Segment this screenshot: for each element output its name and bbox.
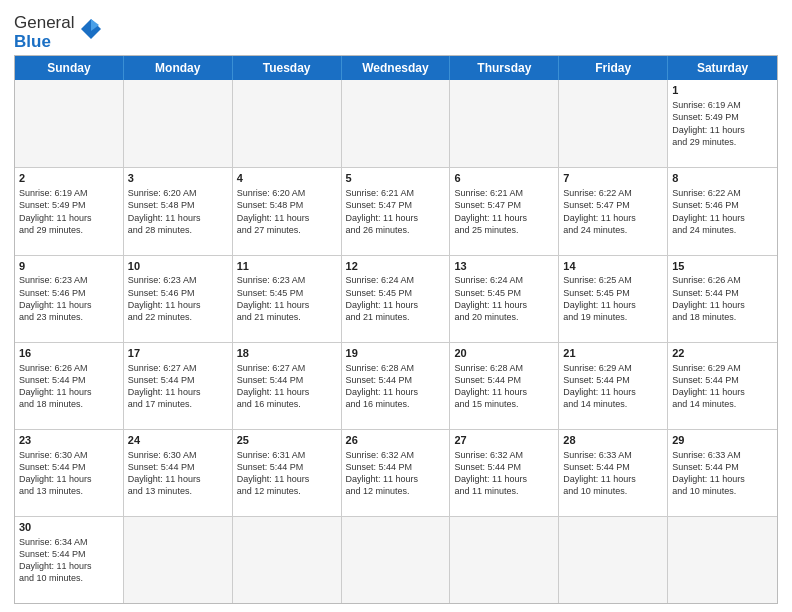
calendar-cell: 14Sunrise: 6:25 AM Sunset: 5:45 PM Dayli… [559,256,668,342]
day-number: 24 [128,433,228,448]
calendar-cell: 8Sunrise: 6:22 AM Sunset: 5:46 PM Daylig… [668,168,777,254]
calendar-cell: 7Sunrise: 6:22 AM Sunset: 5:47 PM Daylig… [559,168,668,254]
cell-info: Sunrise: 6:26 AM Sunset: 5:44 PM Dayligh… [672,274,773,323]
cell-info: Sunrise: 6:26 AM Sunset: 5:44 PM Dayligh… [19,362,119,411]
cell-info: Sunrise: 6:23 AM Sunset: 5:46 PM Dayligh… [19,274,119,323]
calendar-cell: 2Sunrise: 6:19 AM Sunset: 5:49 PM Daylig… [15,168,124,254]
calendar-cell: 12Sunrise: 6:24 AM Sunset: 5:45 PM Dayli… [342,256,451,342]
day-number: 5 [346,171,446,186]
cell-info: Sunrise: 6:19 AM Sunset: 5:49 PM Dayligh… [672,99,773,148]
cell-info: Sunrise: 6:30 AM Sunset: 5:44 PM Dayligh… [128,449,228,498]
calendar-row-0: 1Sunrise: 6:19 AM Sunset: 5:49 PM Daylig… [15,80,777,167]
cell-info: Sunrise: 6:20 AM Sunset: 5:48 PM Dayligh… [128,187,228,236]
calendar-cell [668,517,777,603]
day-number: 6 [454,171,554,186]
day-number: 22 [672,346,773,361]
calendar-cell: 10Sunrise: 6:23 AM Sunset: 5:46 PM Dayli… [124,256,233,342]
cell-info: Sunrise: 6:21 AM Sunset: 5:47 PM Dayligh… [454,187,554,236]
day-number: 8 [672,171,773,186]
calendar-cell: 23Sunrise: 6:30 AM Sunset: 5:44 PM Dayli… [15,430,124,516]
cell-info: Sunrise: 6:29 AM Sunset: 5:44 PM Dayligh… [563,362,663,411]
calendar-cell [559,80,668,167]
calendar-cell: 19Sunrise: 6:28 AM Sunset: 5:44 PM Dayli… [342,343,451,429]
calendar-cell: 16Sunrise: 6:26 AM Sunset: 5:44 PM Dayli… [15,343,124,429]
calendar-cell: 22Sunrise: 6:29 AM Sunset: 5:44 PM Dayli… [668,343,777,429]
calendar-cell [342,80,451,167]
calendar-cell: 15Sunrise: 6:26 AM Sunset: 5:44 PM Dayli… [668,256,777,342]
day-number: 29 [672,433,773,448]
cell-info: Sunrise: 6:23 AM Sunset: 5:46 PM Dayligh… [128,274,228,323]
calendar-cell: 17Sunrise: 6:27 AM Sunset: 5:44 PM Dayli… [124,343,233,429]
day-number: 3 [128,171,228,186]
calendar-cell: 9Sunrise: 6:23 AM Sunset: 5:46 PM Daylig… [15,256,124,342]
day-number: 13 [454,259,554,274]
day-number: 9 [19,259,119,274]
weekday-header-wednesday: Wednesday [342,56,451,80]
calendar-cell [15,80,124,167]
logo-blue: Blue [14,32,51,51]
cell-info: Sunrise: 6:28 AM Sunset: 5:44 PM Dayligh… [454,362,554,411]
logo-icon [77,15,105,43]
calendar-cell: 28Sunrise: 6:33 AM Sunset: 5:44 PM Dayli… [559,430,668,516]
day-number: 23 [19,433,119,448]
calendar-row-2: 9Sunrise: 6:23 AM Sunset: 5:46 PM Daylig… [15,255,777,342]
cell-info: Sunrise: 6:29 AM Sunset: 5:44 PM Dayligh… [672,362,773,411]
day-number: 16 [19,346,119,361]
day-number: 27 [454,433,554,448]
calendar-cell: 3Sunrise: 6:20 AM Sunset: 5:48 PM Daylig… [124,168,233,254]
calendar-header: SundayMondayTuesdayWednesdayThursdayFrid… [15,56,777,80]
calendar-cell: 6Sunrise: 6:21 AM Sunset: 5:47 PM Daylig… [450,168,559,254]
weekday-header-thursday: Thursday [450,56,559,80]
calendar-cell [233,517,342,603]
day-number: 19 [346,346,446,361]
calendar-cell: 11Sunrise: 6:23 AM Sunset: 5:45 PM Dayli… [233,256,342,342]
calendar-cell: 25Sunrise: 6:31 AM Sunset: 5:44 PM Dayli… [233,430,342,516]
cell-info: Sunrise: 6:34 AM Sunset: 5:44 PM Dayligh… [19,536,119,585]
cell-info: Sunrise: 6:25 AM Sunset: 5:45 PM Dayligh… [563,274,663,323]
cell-info: Sunrise: 6:24 AM Sunset: 5:45 PM Dayligh… [454,274,554,323]
calendar-cell [124,80,233,167]
calendar-cell [559,517,668,603]
calendar-cell: 13Sunrise: 6:24 AM Sunset: 5:45 PM Dayli… [450,256,559,342]
day-number: 28 [563,433,663,448]
calendar-cell: 26Sunrise: 6:32 AM Sunset: 5:44 PM Dayli… [342,430,451,516]
cell-info: Sunrise: 6:28 AM Sunset: 5:44 PM Dayligh… [346,362,446,411]
day-number: 15 [672,259,773,274]
calendar-cell: 30Sunrise: 6:34 AM Sunset: 5:44 PM Dayli… [15,517,124,603]
day-number: 12 [346,259,446,274]
calendar-cell [233,80,342,167]
calendar-cell: 5Sunrise: 6:21 AM Sunset: 5:47 PM Daylig… [342,168,451,254]
day-number: 18 [237,346,337,361]
calendar-cell: 1Sunrise: 6:19 AM Sunset: 5:49 PM Daylig… [668,80,777,167]
cell-info: Sunrise: 6:27 AM Sunset: 5:44 PM Dayligh… [237,362,337,411]
calendar-cell: 20Sunrise: 6:28 AM Sunset: 5:44 PM Dayli… [450,343,559,429]
cell-info: Sunrise: 6:20 AM Sunset: 5:48 PM Dayligh… [237,187,337,236]
cell-info: Sunrise: 6:31 AM Sunset: 5:44 PM Dayligh… [237,449,337,498]
cell-info: Sunrise: 6:32 AM Sunset: 5:44 PM Dayligh… [346,449,446,498]
cell-info: Sunrise: 6:19 AM Sunset: 5:49 PM Dayligh… [19,187,119,236]
cell-info: Sunrise: 6:22 AM Sunset: 5:46 PM Dayligh… [672,187,773,236]
cell-info: Sunrise: 6:22 AM Sunset: 5:47 PM Dayligh… [563,187,663,236]
calendar-cell: 4Sunrise: 6:20 AM Sunset: 5:48 PM Daylig… [233,168,342,254]
calendar-cell: 27Sunrise: 6:32 AM Sunset: 5:44 PM Dayli… [450,430,559,516]
day-number: 1 [672,83,773,98]
day-number: 25 [237,433,337,448]
cell-info: Sunrise: 6:24 AM Sunset: 5:45 PM Dayligh… [346,274,446,323]
calendar-cell: 18Sunrise: 6:27 AM Sunset: 5:44 PM Dayli… [233,343,342,429]
calendar-cell: 29Sunrise: 6:33 AM Sunset: 5:44 PM Dayli… [668,430,777,516]
cell-info: Sunrise: 6:23 AM Sunset: 5:45 PM Dayligh… [237,274,337,323]
weekday-header-monday: Monday [124,56,233,80]
cell-info: Sunrise: 6:33 AM Sunset: 5:44 PM Dayligh… [672,449,773,498]
calendar-cell: 21Sunrise: 6:29 AM Sunset: 5:44 PM Dayli… [559,343,668,429]
day-number: 11 [237,259,337,274]
day-number: 10 [128,259,228,274]
calendar-row-4: 23Sunrise: 6:30 AM Sunset: 5:44 PM Dayli… [15,429,777,516]
cell-info: Sunrise: 6:21 AM Sunset: 5:47 PM Dayligh… [346,187,446,236]
day-number: 26 [346,433,446,448]
day-number: 30 [19,520,119,535]
day-number: 17 [128,346,228,361]
cell-info: Sunrise: 6:27 AM Sunset: 5:44 PM Dayligh… [128,362,228,411]
header: General Blue [14,10,778,51]
logo: General Blue [14,14,105,51]
day-number: 21 [563,346,663,361]
